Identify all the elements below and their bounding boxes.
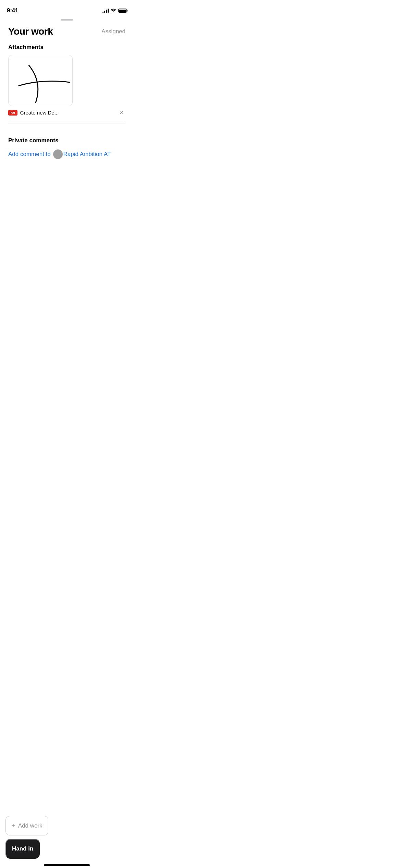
status-time: 9:41	[7, 7, 18, 14]
attachment-filename-row: PDF Create new De... ✕	[8, 109, 125, 116]
signal-icon	[102, 9, 109, 13]
drag-handle[interactable]	[0, 16, 134, 22]
attachments-label: Attachments	[0, 37, 134, 55]
private-comments-label: Private comments	[0, 130, 134, 148]
comment-avatar	[53, 149, 63, 159]
attachment-remove-button[interactable]: ✕	[118, 109, 125, 116]
page-title: Your work	[8, 26, 53, 37]
pdf-badge: PDF	[8, 110, 17, 116]
add-comment-project: Rapid Ambition AT	[63, 151, 111, 158]
section-divider	[8, 123, 125, 123]
add-comment-link[interactable]: Add comment to Rapid Ambition AT	[0, 148, 134, 160]
battery-icon	[118, 9, 127, 13]
status-icons	[102, 8, 127, 14]
assigned-label: Assigned	[101, 28, 125, 35]
add-comment-text-before: Add comment to	[8, 151, 52, 158]
header: Your work Assigned	[0, 22, 134, 37]
attachments-section: Attachments PDF Create new De... ✕	[0, 37, 134, 116]
attachment-thumbnail[interactable]	[8, 55, 73, 106]
private-comments-section: Private comments Add comment to Rapid Am…	[0, 130, 134, 160]
attachment-filename: Create new De...	[20, 110, 115, 116]
attachment-container: PDF Create new De... ✕	[0, 55, 134, 116]
wifi-icon	[111, 8, 116, 14]
status-bar: 9:41	[0, 0, 134, 16]
